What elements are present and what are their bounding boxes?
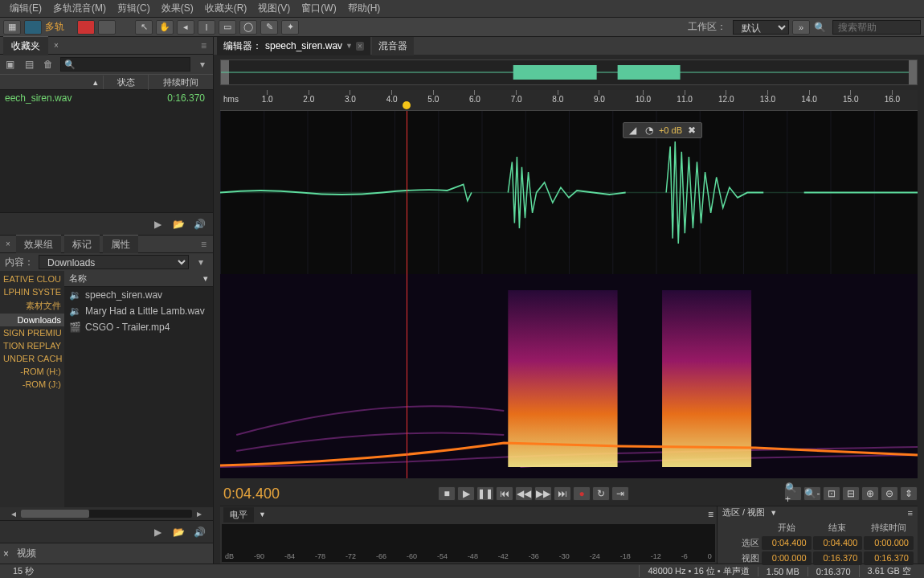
video-tab[interactable]: 视频 <box>9 544 44 563</box>
brush-tool[interactable]: ✎ <box>260 20 278 35</box>
playhead-marker[interactable] <box>403 101 411 109</box>
file-col-name[interactable]: 名称 <box>69 273 203 285</box>
file-col-menu-icon[interactable]: ▾ <box>203 273 208 284</box>
search-help-input[interactable] <box>832 20 921 35</box>
effects-tab[interactable]: 标记 <box>64 235 100 254</box>
folder-item[interactable]: EATIVE CLOU <box>0 273 64 285</box>
playhead-line[interactable] <box>407 111 407 274</box>
workspace-select[interactable]: 默认 <box>733 20 789 35</box>
zoom-in-point-icon[interactable]: ⊕ <box>861 486 879 501</box>
workspace-arrow-btn[interactable]: » <box>792 20 810 35</box>
file-item[interactable]: 🔉speech_siren.wav <box>64 287 213 303</box>
fav-filter-icon[interactable]: ▾ <box>195 58 210 71</box>
zoom-in-icon[interactable]: 🔍+ <box>784 486 802 501</box>
sel-value[interactable]: 0:00.000 <box>762 551 812 565</box>
mini-play-icon[interactable]: ▶ <box>150 218 165 231</box>
forward-button[interactable]: ▶▶ <box>534 486 552 501</box>
spectrogram-view[interactable] <box>220 274 918 478</box>
heal-tool[interactable]: ✦ <box>281 20 299 35</box>
timeline-overview[interactable] <box>220 59 918 85</box>
zoom-out-point-icon[interactable]: ⊖ <box>881 486 898 501</box>
menu-item[interactable]: 窗口(W) <box>296 0 341 17</box>
editor-tab-dropdown-icon[interactable]: ▼ <box>345 42 353 50</box>
content-folder-select[interactable]: Downloads <box>39 255 189 269</box>
effects-tab[interactable]: 属性 <box>103 235 138 254</box>
file-item[interactable]: 🎬CSGO - Trailer.mp4 <box>64 319 213 335</box>
video-panel-collapse[interactable]: × <box>3 548 9 560</box>
scroll-left-icon[interactable]: ◂ <box>6 507 21 520</box>
levels-tab[interactable]: 电平 <box>223 507 254 523</box>
col-duration[interactable]: 持续时间 <box>149 75 213 90</box>
sel-value[interactable]: 0:04.400 <box>762 536 812 550</box>
mixer-tab[interactable]: 混音器 <box>372 37 414 55</box>
pause-button[interactable]: ❚❚ <box>476 486 494 501</box>
favorites-tab[interactable]: 收藏夹 <box>3 36 48 55</box>
menu-item[interactable]: 帮助(H) <box>343 0 386 17</box>
browser-menu-icon[interactable]: ≡ <box>198 239 210 250</box>
menu-item[interactable]: 效果(S) <box>157 0 198 17</box>
folder-item[interactable]: Downloads <box>0 314 64 326</box>
sel-value[interactable]: 0:16.370 <box>864 551 914 565</box>
hand-tool[interactable]: ✋ <box>156 20 174 35</box>
waveform-view[interactable]: ◢ ◔ +0 dB ✖ <box>220 111 918 274</box>
sel-value[interactable]: 0:04.400 <box>813 536 863 550</box>
levels-dropdown-icon[interactable]: ▼ <box>259 510 266 519</box>
folder-item[interactable]: LPHIN SYSTE <box>0 285 64 298</box>
prev-tool[interactable]: ◂ <box>177 20 194 35</box>
skip-selection-button[interactable]: ⇥ <box>611 486 629 501</box>
play-button[interactable]: ▶ <box>457 486 475 501</box>
mini-open-icon[interactable]: 📂 <box>171 218 186 231</box>
col-state[interactable]: 状态 <box>104 75 149 90</box>
panel-menu-icon[interactable]: ≡ <box>198 40 210 51</box>
menu-item[interactable]: 剪辑(C) <box>112 0 155 17</box>
rewind-button[interactable]: ◀◀ <box>515 486 533 501</box>
overview-handle-right[interactable] <box>909 60 917 84</box>
move-tool[interactable]: ↖ <box>135 20 153 35</box>
favorites-search[interactable] <box>60 57 190 72</box>
favorites-close-icon[interactable]: × <box>51 41 61 51</box>
menu-item[interactable]: 视图(V) <box>253 0 295 17</box>
sel-value[interactable]: 0:00.000 <box>864 536 914 550</box>
browser-scrollbar[interactable] <box>21 510 192 518</box>
record-button[interactable]: ● <box>573 486 591 501</box>
fav-trash-icon[interactable]: 🗑 <box>42 58 56 71</box>
fav-add-icon[interactable]: ▣ <box>3 58 18 71</box>
folder-item[interactable]: 素材文件 <box>0 298 64 314</box>
col-sort-icon[interactable]: ▴ <box>0 76 104 89</box>
editor-tab-close-icon[interactable]: × <box>356 42 364 51</box>
selection-menu-icon[interactable]: ≡ <box>908 508 913 518</box>
browser-auto-icon[interactable]: 🔊 <box>192 526 206 539</box>
browser-open-icon[interactable]: 📂 <box>171 526 186 539</box>
playhead-line-spec[interactable] <box>407 274 407 478</box>
effects-tab[interactable]: 效果组 <box>16 235 61 254</box>
mini-auto-icon[interactable]: 🔊 <box>192 218 206 231</box>
browser-play-icon[interactable]: ▶ <box>150 526 165 539</box>
zoom-full-icon[interactable]: ⊡ <box>823 486 840 501</box>
hud-pin-icon[interactable]: ✖ <box>685 124 698 137</box>
folder-item[interactable]: TION REPLAY <box>0 339 64 352</box>
stop-button[interactable]: ■ <box>438 486 456 501</box>
sel-value[interactable]: 0:16.370 <box>813 551 863 565</box>
browser-up-icon[interactable]: ▾ <box>194 256 208 269</box>
zoom-sel-icon[interactable]: ⊟ <box>842 486 860 501</box>
skip-end-button[interactable]: ⏭ <box>554 486 571 501</box>
file-item[interactable]: 🔉Mary Had a Little Lamb.wav <box>64 303 213 319</box>
multitrack-view-btn[interactable] <box>24 20 42 35</box>
scroll-right-icon[interactable]: ▸ <box>192 507 206 520</box>
zoom-v-icon[interactable]: ⇕ <box>900 486 918 501</box>
folder-item[interactable]: UNDER CACH <box>0 352 64 365</box>
zoom-out-icon[interactable]: 🔍- <box>803 486 821 501</box>
flag-red-icon[interactable] <box>77 20 95 35</box>
wave-view-btn[interactable]: ▦ <box>3 20 21 35</box>
folder-item[interactable]: -ROM (J:) <box>0 378 64 391</box>
time-ruler[interactable]: hms 1.02.03.04.05.06.07.08.09.010.011.01… <box>220 90 918 111</box>
levels-menu-icon[interactable]: ≡ <box>708 509 713 520</box>
time-select-tool[interactable]: I <box>198 20 215 35</box>
hud-scale-icon[interactable]: ◢ <box>627 124 640 137</box>
browser-collapse-icon[interactable]: × <box>3 240 13 249</box>
menu-item[interactable]: 多轨混音(M) <box>48 0 111 17</box>
menu-item[interactable]: 编辑(E) <box>5 0 47 17</box>
menu-item[interactable]: 收藏夹(R) <box>200 0 252 17</box>
editor-tab-file[interactable]: 编辑器： speech_siren.wav ▼ × <box>217 37 370 55</box>
folder-item[interactable]: -ROM (H:) <box>0 365 64 378</box>
